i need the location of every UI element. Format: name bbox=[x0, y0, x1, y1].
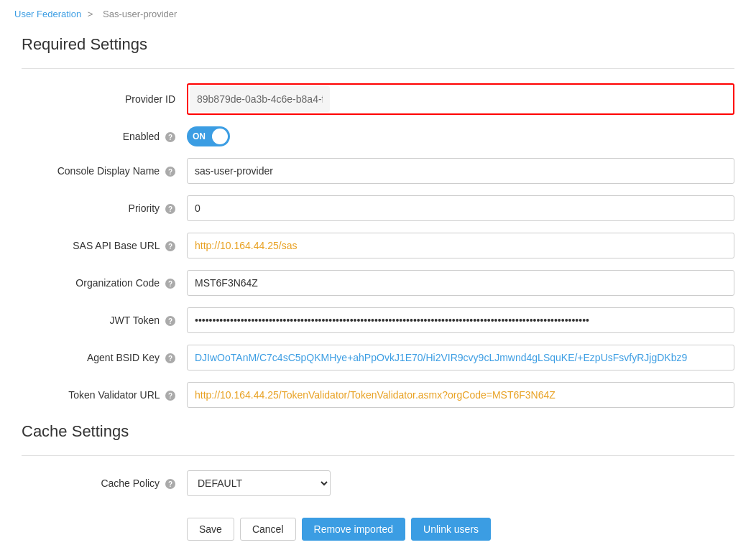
sas-api-base-url-label: SAS API Base URL ? bbox=[22, 240, 187, 251]
agent-bsid-key-label: Agent BSID Key ? bbox=[22, 352, 187, 363]
cache-policy-select[interactable]: DEFAULT NONE invalidateCache noCache bbox=[187, 470, 331, 496]
breadcrumb-separator: > bbox=[88, 9, 93, 19]
priority-group: Priority ? bbox=[22, 195, 734, 221]
priority-help-icon: ? bbox=[165, 204, 175, 214]
priority-label: Priority ? bbox=[22, 202, 187, 214]
breadcrumb-parent-link[interactable]: User Federation bbox=[14, 9, 81, 19]
organization-code-label: Organization Code ? bbox=[22, 277, 187, 289]
console-display-name-group: Console Display Name ? bbox=[22, 158, 734, 184]
save-button[interactable]: Save bbox=[187, 518, 234, 541]
agent-bsid-key-input[interactable] bbox=[187, 345, 734, 370]
cancel-button[interactable]: Cancel bbox=[240, 518, 296, 541]
sas-api-base-url-help-icon: ? bbox=[165, 241, 175, 251]
cache-policy-label: Cache Policy ? bbox=[22, 477, 187, 489]
remove-imported-button[interactable]: Remove imported bbox=[302, 518, 406, 541]
button-row: Save Cancel Remove imported Unlink users bbox=[187, 518, 734, 541]
required-settings-title: Required Settings bbox=[22, 35, 734, 54]
toggle-knob bbox=[212, 129, 228, 144]
cache-policy-group: Cache Policy ? DEFAULT NONE invalidateCa… bbox=[22, 470, 734, 496]
enabled-label: Enabled ? bbox=[22, 131, 187, 142]
agent-bsid-key-group: Agent BSID Key ? bbox=[22, 345, 734, 370]
agent-bsid-key-help-icon: ? bbox=[165, 353, 175, 363]
provider-id-highlight bbox=[187, 83, 734, 115]
token-validator-url-group: Token Validator URL ? bbox=[22, 382, 734, 408]
provider-id-label: Provider ID bbox=[22, 93, 187, 105]
section-divider-required bbox=[22, 68, 734, 69]
enabled-group: Enabled ? ON bbox=[22, 126, 734, 146]
console-display-name-help-icon: ? bbox=[165, 167, 175, 177]
cache-policy-help-icon: ? bbox=[165, 479, 175, 489]
token-validator-url-input[interactable] bbox=[187, 382, 734, 408]
provider-id-group: Provider ID bbox=[22, 83, 734, 115]
provider-id-input[interactable] bbox=[190, 86, 330, 112]
organization-code-input[interactable] bbox=[187, 270, 734, 296]
organization-code-group: Organization Code ? bbox=[22, 270, 734, 296]
priority-input[interactable] bbox=[187, 195, 734, 221]
breadcrumb: User Federation > Sas-user-provider bbox=[0, 0, 756, 28]
breadcrumb-current: Sas-user-provider bbox=[103, 9, 177, 19]
section-divider-cache bbox=[22, 455, 734, 456]
console-display-name-input[interactable] bbox=[187, 158, 734, 184]
organization-code-help-icon: ? bbox=[165, 279, 175, 289]
main-content: Required Settings Provider ID Enabled ? … bbox=[0, 28, 756, 550]
jwt-token-group: JWT Token ? bbox=[22, 307, 734, 333]
jwt-token-help-icon: ? bbox=[165, 316, 175, 326]
token-validator-url-help-icon: ? bbox=[165, 391, 175, 401]
console-display-name-label: Console Display Name ? bbox=[22, 165, 187, 177]
toggle-label: ON bbox=[193, 131, 206, 141]
token-validator-url-label: Token Validator URL ? bbox=[22, 389, 187, 401]
enabled-toggle[interactable]: ON bbox=[187, 126, 230, 146]
jwt-token-input[interactable] bbox=[187, 307, 734, 333]
unlink-users-button[interactable]: Unlink users bbox=[411, 518, 491, 541]
enabled-toggle-wrapper[interactable]: ON bbox=[187, 126, 230, 146]
jwt-token-label: JWT Token ? bbox=[22, 314, 187, 326]
sas-api-base-url-group: SAS API Base URL ? bbox=[22, 233, 734, 258]
enabled-help-icon: ? bbox=[165, 132, 175, 142]
sas-api-base-url-input[interactable] bbox=[187, 233, 734, 258]
cache-settings-title: Cache Settings bbox=[22, 422, 734, 441]
